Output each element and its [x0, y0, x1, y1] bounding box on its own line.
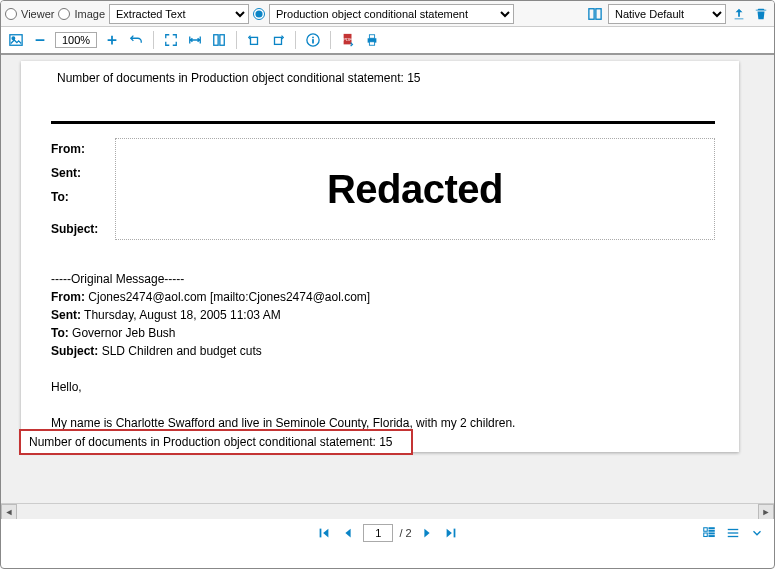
svg-rect-1: [596, 8, 601, 19]
pager-bar: / 2: [1, 519, 774, 547]
page-divider: [51, 121, 715, 124]
svg-rect-7: [214, 35, 218, 46]
first-page-icon[interactable]: [315, 524, 333, 542]
sent-label: Sent:: [51, 166, 105, 180]
svg-rect-18: [369, 42, 374, 46]
fit-width-icon[interactable]: [186, 31, 204, 49]
doc-count-overlay-text: Number of documents in Production object…: [29, 435, 393, 449]
doc-count-overlay: Number of documents in Production object…: [19, 429, 413, 455]
toolbar-separator: [295, 31, 296, 49]
doc-count-top: Number of documents in Production object…: [57, 71, 715, 85]
print-icon[interactable]: [363, 31, 381, 49]
sent-value: Thursday, August 18, 2005 11:03 AM: [81, 308, 281, 322]
prev-page-icon[interactable]: [339, 524, 357, 542]
collapse-icon[interactable]: [748, 524, 766, 542]
zoom-level[interactable]: 100%: [55, 32, 97, 48]
zoom-out-icon[interactable]: [31, 31, 49, 49]
production-radio[interactable]: [253, 8, 265, 20]
svg-rect-22: [704, 533, 708, 537]
trash-icon[interactable]: [752, 5, 770, 23]
viewer-label: Viewer: [21, 8, 54, 20]
viewer-toolbar: 100% PDF: [1, 27, 774, 55]
subject-label: Subject:: [51, 222, 105, 236]
fit-icon[interactable]: [162, 31, 180, 49]
svg-rect-21: [704, 528, 708, 532]
toolbar-separator: [153, 31, 154, 49]
image-label: Image: [74, 8, 105, 20]
svg-rect-20: [453, 529, 455, 538]
toolbar-separator: [236, 31, 237, 49]
redacted-text: Redacted: [327, 167, 503, 212]
svg-rect-26: [709, 536, 714, 537]
image-tool-icon[interactable]: [7, 31, 25, 49]
svg-rect-2: [10, 35, 22, 46]
toolbar-separator: [330, 31, 331, 49]
redacted-region: Redacted: [115, 138, 715, 240]
last-page-icon[interactable]: [442, 524, 460, 542]
top-toolbar: Viewer Image Extracted Text Production o…: [1, 1, 774, 27]
svg-rect-19: [320, 529, 322, 538]
original-message-header: -----Original Message-----: [51, 270, 715, 288]
scroll-right-arrow[interactable]: ►: [758, 504, 774, 519]
svg-rect-24: [709, 530, 714, 531]
to-value: Governor Jeb Bush: [69, 326, 176, 340]
greeting: Hello,: [51, 378, 715, 396]
email-header: From: Sent: To: Subject: Redacted: [51, 138, 715, 240]
svg-rect-10: [275, 37, 282, 44]
native-default-dropdown[interactable]: Native Default: [608, 4, 726, 24]
zoom-in-icon[interactable]: [103, 31, 121, 49]
layout-icon[interactable]: [586, 5, 604, 23]
viewer-radio[interactable]: [5, 8, 17, 20]
page-total: / 2: [399, 527, 411, 539]
from-value: Cjones2474@aol.com [mailto:Cjones2474@ao…: [85, 290, 370, 304]
svg-rect-0: [589, 8, 594, 19]
pdf-export-icon[interactable]: PDF: [339, 31, 357, 49]
rotate-left-icon[interactable]: [245, 31, 263, 49]
viewer-area: Number of documents in Production object…: [1, 55, 774, 519]
svg-rect-17: [369, 35, 374, 39]
from-label: From:: [51, 142, 105, 156]
email-body: -----Original Message----- From: Cjones2…: [51, 270, 715, 432]
thumbnail-view-icon[interactable]: [700, 524, 718, 542]
sent-label2: Sent:: [51, 308, 81, 322]
svg-rect-13: [312, 39, 314, 43]
page-number-input[interactable]: [363, 524, 393, 542]
upload-icon[interactable]: [730, 5, 748, 23]
to-label2: To:: [51, 326, 69, 340]
svg-rect-23: [709, 528, 714, 529]
scroll-left-arrow[interactable]: ◄: [1, 504, 17, 519]
two-page-icon[interactable]: [210, 31, 228, 49]
svg-point-12: [312, 37, 314, 39]
horizontal-scrollbar[interactable]: ◄ ►: [1, 503, 774, 519]
production-dropdown[interactable]: Production object conditional statement: [269, 4, 514, 24]
rotate-right-icon[interactable]: [269, 31, 287, 49]
undo-icon[interactable]: [127, 31, 145, 49]
svg-rect-9: [251, 37, 258, 44]
pager-right-icons: [700, 524, 766, 542]
svg-text:PDF: PDF: [343, 37, 352, 42]
document-page: Number of documents in Production object…: [21, 61, 739, 452]
subject-value: SLD Children and budget cuts: [98, 344, 261, 358]
header-labels: From: Sent: To: Subject:: [51, 138, 105, 240]
info-icon[interactable]: [304, 31, 322, 49]
svg-rect-25: [709, 533, 714, 534]
image-radio[interactable]: [58, 8, 70, 20]
extracted-text-dropdown[interactable]: Extracted Text: [109, 4, 249, 24]
subject-label2: Subject:: [51, 344, 98, 358]
scroll-track[interactable]: [17, 504, 758, 519]
to-label: To:: [51, 190, 105, 204]
from-label2: From:: [51, 290, 85, 304]
next-page-icon[interactable]: [418, 524, 436, 542]
list-view-icon[interactable]: [724, 524, 742, 542]
svg-rect-8: [220, 35, 224, 46]
